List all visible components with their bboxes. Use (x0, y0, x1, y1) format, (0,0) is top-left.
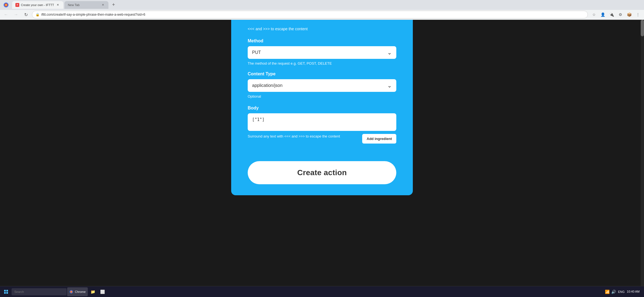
taskbar: Chrome 📁 ⬜ 📶 🔊 ENG 10:40 AM (0, 286, 644, 297)
body-input[interactable]: ["1"] (248, 113, 396, 131)
menu-icon[interactable]: ⋮ (634, 11, 642, 18)
method-label: Method (248, 38, 396, 43)
svg-rect-7 (6, 292, 8, 294)
browser-chrome: if Create your own - IFTTT ✕ New Tab ✕ +… (0, 0, 644, 20)
browser-logo (2, 1, 10, 9)
svg-rect-4 (4, 290, 6, 292)
network-icon[interactable]: 📶 (605, 290, 610, 294)
spacer (248, 150, 396, 161)
content-type-select[interactable]: application/json (248, 79, 396, 92)
tab-close-ifttt[interactable]: ✕ (56, 3, 60, 7)
tab-favicon-ifttt: if (15, 3, 19, 7)
clock[interactable]: 10:40 AM (627, 290, 640, 294)
address-bar-row: ← → ↻ 🔒 ifttt.com/create/if-say-a-simple… (0, 10, 644, 20)
language-indicator: ENG (618, 290, 625, 293)
tab-title-ifttt: Create your own - IFTTT (21, 3, 54, 7)
profile-icon[interactable]: 👤 (599, 11, 607, 18)
taskbar-browser-label: Chrome (75, 290, 86, 293)
address-bar[interactable]: 🔒 ifttt.com/create/if-say-a-simple-phras… (32, 11, 588, 18)
center-panel: <<< and >>> to escape the content Method… (231, 20, 413, 195)
create-action-button[interactable]: Create action (248, 161, 396, 184)
extension-icon2[interactable]: ⚙ (616, 11, 624, 18)
taskbar-browser-item[interactable]: Chrome (67, 287, 88, 296)
method-value: PUT (252, 50, 261, 55)
top-helper-text: <<< and >>> to escape the content (248, 25, 396, 32)
svg-rect-5 (6, 290, 8, 292)
content-type-label: Content Type (248, 72, 396, 76)
body-label: Body (248, 106, 396, 111)
body-footer: Surround any text with <<< and >>> to es… (248, 134, 396, 144)
volume-icon[interactable]: 🔊 (611, 290, 616, 294)
tab-bar: if Create your own - IFTTT ✕ New Tab ✕ + (0, 0, 644, 10)
reload-button[interactable]: ↻ (22, 11, 30, 18)
method-select-wrapper: PUT ⌄ (248, 46, 396, 59)
scrollbar-thumb[interactable] (641, 20, 644, 36)
method-select[interactable]: PUT (248, 46, 396, 59)
lock-icon: 🔒 (36, 13, 40, 16)
svg-point-11 (71, 292, 72, 292)
tab-close-newtab[interactable]: ✕ (101, 3, 105, 7)
tab-newtab[interactable]: New Tab ✕ (64, 1, 108, 9)
svg-point-3 (6, 4, 7, 5)
content-type-helper-text: Optional (248, 94, 396, 99)
start-button[interactable] (2, 288, 10, 296)
system-tray: 📶 🔊 (605, 290, 616, 294)
tab-ifttt[interactable]: if Create your own - IFTTT ✕ (12, 1, 63, 9)
address-text: ifttt.com/create/if-say-a-simple-phrase-… (41, 13, 145, 16)
content-type-value: application/json (252, 83, 282, 88)
content-type-select-wrapper: application/json ⌄ (248, 79, 396, 92)
new-tab-button[interactable]: + (110, 1, 117, 9)
scrollbar-track[interactable] (641, 20, 644, 286)
method-helper-text: The method of the request e.g. GET, POST… (248, 61, 396, 66)
taskbar-file-item[interactable]: 📁 (88, 287, 97, 296)
clock-time: 10:40 AM (627, 290, 640, 294)
forward-button[interactable]: → (12, 11, 20, 18)
tab-title-newtab: New Tab (68, 3, 99, 7)
svg-rect-6 (4, 292, 6, 294)
extension-icon1[interactable]: 🔌 (608, 11, 615, 18)
extension-icon3[interactable]: 📦 (625, 11, 633, 18)
method-section: Method PUT ⌄ The method of the request e… (248, 38, 396, 72)
content-type-section: Content Type application/json ⌄ Optional (248, 72, 396, 105)
add-ingredient-button[interactable]: Add ingredient (362, 134, 396, 144)
page-content: <<< and >>> to escape the content Method… (0, 20, 644, 297)
toolbar-icons: ☆ 👤 🔌 ⚙ 📦 ⋮ (590, 11, 642, 18)
back-button[interactable]: ← (2, 11, 10, 18)
taskbar-right: 📶 🔊 ENG 10:40 AM (605, 290, 642, 294)
body-helper-text: Surround any text with <<< and >>> to es… (248, 134, 362, 139)
taskbar-search[interactable] (12, 288, 67, 295)
bookmark-icon[interactable]: ☆ (590, 11, 598, 18)
body-section: Body ["1"] Surround any text with <<< an… (248, 106, 396, 150)
taskbar-vscode-item[interactable]: ⬜ (98, 287, 107, 296)
